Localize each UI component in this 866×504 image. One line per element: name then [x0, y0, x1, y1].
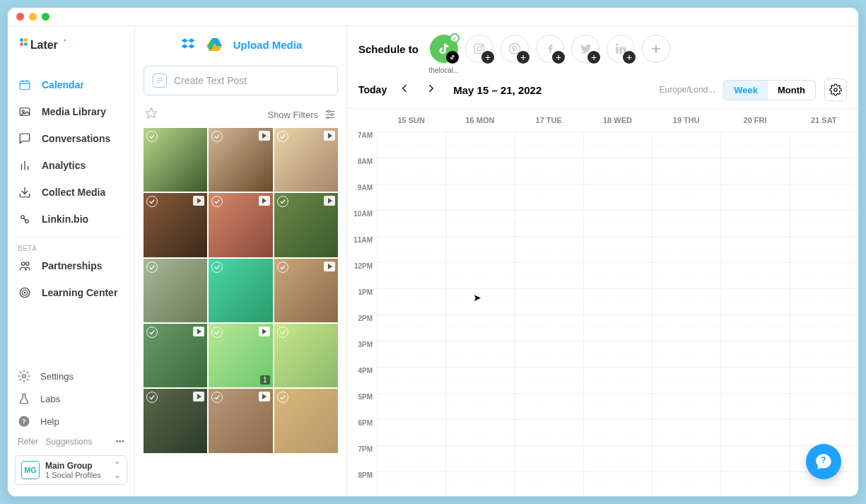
media-thumb[interactable]: [274, 324, 338, 387]
group-badge: MG: [21, 461, 40, 479]
svg-point-32: [327, 110, 329, 112]
media-thumb[interactable]: [274, 128, 338, 192]
calendar-grid[interactable]: 7AM8AM9AM10AM11AM12PM1PM2PM3PM4PM5PM6PM7…: [347, 131, 858, 496]
nav-labs[interactable]: Labs: [8, 387, 134, 410]
bar-chart-icon: [18, 158, 32, 172]
google-drive-icon[interactable]: [206, 36, 223, 53]
refer-link[interactable]: Refer: [18, 437, 38, 447]
media-grid: 1: [144, 128, 338, 453]
show-filters-button[interactable]: Show Filters: [267, 108, 337, 121]
select-check-icon: [146, 131, 158, 142]
media-thumb[interactable]: [209, 389, 272, 452]
prev-week-button[interactable]: [395, 79, 414, 100]
select-check-icon: [146, 327, 158, 338]
select-check-icon: [277, 392, 288, 403]
media-thumb[interactable]: [274, 259, 338, 322]
time-label: 7PM: [347, 445, 377, 471]
timezone-label[interactable]: Europe/Lond...: [660, 85, 715, 95]
plus-badge-icon: +: [481, 51, 494, 64]
social-pinterest[interactable]: +: [501, 35, 529, 63]
nav-linkin-bio[interactable]: Linkin.bio: [8, 206, 134, 233]
nav-partnerships[interactable]: Partnerships: [8, 252, 134, 279]
svg-point-39: [481, 45, 483, 47]
nav-settings[interactable]: Settings: [8, 365, 134, 387]
media-thumb[interactable]: [144, 259, 207, 322]
text-post-icon: [153, 74, 167, 88]
nav-learning-center[interactable]: Learning Center: [8, 279, 134, 306]
svg-point-22: [22, 290, 28, 295]
media-thumb[interactable]: [144, 193, 207, 257]
media-thumb[interactable]: [209, 128, 272, 192]
video-icon: [259, 131, 270, 141]
video-icon: [324, 131, 335, 141]
social-linkedin[interactable]: +: [607, 35, 635, 63]
calendar-settings-button[interactable]: [824, 78, 847, 101]
social-twitter[interactable]: +: [571, 35, 599, 63]
create-text-post-input[interactable]: Create Text Post: [144, 66, 338, 95]
month-view-button[interactable]: Month: [768, 81, 815, 100]
today-button[interactable]: Today: [358, 84, 387, 95]
nav-analytics[interactable]: Analytics: [8, 152, 134, 179]
close-window-icon[interactable]: [16, 13, 24, 20]
media-thumb[interactable]: [209, 259, 272, 322]
filter-icon: [324, 108, 337, 121]
svg-point-21: [20, 288, 30, 298]
help-chat-button[interactable]: ?: [806, 444, 841, 479]
media-thumb[interactable]: [144, 389, 207, 452]
svg-line-18: [24, 218, 26, 221]
nav-help[interactable]: ?Help: [8, 410, 134, 433]
nav-collect-media[interactable]: Collect Media: [8, 179, 134, 206]
time-label: 12PM: [347, 262, 377, 288]
plus-badge-icon: +: [552, 51, 565, 64]
upload-media-button[interactable]: Upload Media: [233, 39, 303, 51]
media-thumb[interactable]: 1: [209, 324, 272, 387]
gear-icon: [18, 370, 30, 382]
cursor-icon: ➤: [473, 292, 481, 303]
time-label: 4PM: [347, 367, 377, 393]
time-label: 8PM: [347, 471, 377, 496]
dropbox-icon[interactable]: [180, 36, 197, 53]
people-icon: [18, 259, 32, 273]
svg-point-24: [23, 375, 26, 378]
media-thumb[interactable]: [274, 193, 338, 257]
time-label: 11AM: [347, 236, 377, 262]
next-week-button[interactable]: [422, 79, 440, 100]
add-social-button[interactable]: [642, 35, 670, 63]
svg-rect-6: [20, 81, 30, 90]
time-label: 3PM: [347, 341, 377, 367]
download-icon: [18, 185, 32, 199]
nav-conversations[interactable]: Conversations: [8, 125, 134, 152]
plus-badge-icon: +: [517, 51, 529, 64]
chevron-updown-icon: ⌃⌄: [114, 460, 121, 480]
video-icon: [324, 262, 335, 271]
svg-marker-30: [146, 108, 157, 118]
week-view-button[interactable]: Week: [724, 81, 768, 100]
social-instagram[interactable]: +: [465, 35, 493, 63]
plus-badge-icon: +: [623, 51, 636, 64]
media-thumb[interactable]: [144, 324, 207, 387]
star-icon[interactable]: [145, 107, 158, 122]
nav-media-library[interactable]: Media Library: [8, 98, 134, 125]
flask-icon: [18, 392, 30, 405]
group-selector[interactable]: MG Main Group 1 Social Profiles ⌃⌄: [15, 455, 127, 485]
link-icon: [18, 212, 32, 226]
social-facebook[interactable]: +: [536, 35, 564, 63]
minimize-window-icon[interactable]: [29, 13, 37, 20]
video-icon: [193, 327, 204, 336]
time-label: 10AM: [347, 210, 377, 236]
svg-rect-1: [24, 38, 27, 41]
svg-point-42: [616, 44, 618, 46]
maximize-window-icon[interactable]: [42, 13, 49, 20]
calendar-panel: Schedule to thelocal...+++++ Today May 1…: [347, 26, 858, 496]
social-tiktok[interactable]: thelocal...: [430, 35, 458, 63]
svg-point-34: [331, 114, 333, 116]
suggestions-link[interactable]: Suggestions: [45, 437, 92, 447]
day-header: 15 SUN: [377, 109, 445, 131]
more-icon[interactable]: •••: [115, 437, 124, 447]
media-thumb[interactable]: [144, 128, 207, 192]
video-icon: [193, 392, 204, 402]
media-thumb[interactable]: [274, 389, 338, 452]
media-thumb[interactable]: [209, 193, 272, 257]
nav-calendar[interactable]: Calendar: [8, 71, 134, 98]
target-icon: [18, 286, 32, 300]
